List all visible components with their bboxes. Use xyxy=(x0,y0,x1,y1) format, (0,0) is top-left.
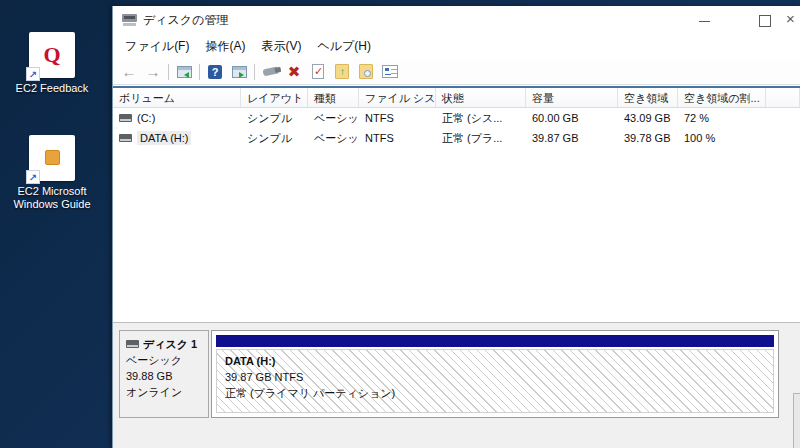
desktop-icon-ec2-windows-guide[interactable]: ↗ EC2 Microsoft Windows Guide xyxy=(0,135,110,211)
volume-list-header: ボリューム レイアウト 種類 ファイル システム 状態 容量 空き領域 空き領域… xyxy=(113,88,800,108)
volume-list: ボリューム レイアウト 種類 ファイル システム 状態 容量 空き領域 空き領域… xyxy=(113,88,800,322)
volume-capacity: 39.87 GB xyxy=(526,132,618,144)
column-header-filesystem[interactable]: ファイル システム xyxy=(359,88,436,107)
drive-icon xyxy=(119,114,132,122)
volume-filesystem: NTFS xyxy=(359,132,436,144)
desktop-icon-label: EC2 Microsoft Windows Guide xyxy=(0,185,110,211)
close-button[interactable] xyxy=(780,6,800,34)
volume-free: 39.78 GB xyxy=(618,132,678,144)
partition-size-fs: 39.87 GB NTFS xyxy=(225,369,773,385)
column-header-type[interactable]: 種類 xyxy=(308,88,359,107)
caption-buttons xyxy=(690,6,800,34)
partition-color-bar xyxy=(216,335,774,347)
menu-action[interactable]: 操作(A) xyxy=(197,35,253,58)
back-icon[interactable]: ← xyxy=(118,62,140,82)
disk-type: ベーシック xyxy=(126,352,204,368)
change-drive-letter-icon[interactable]: ↑ xyxy=(331,62,353,82)
column-header-capacity[interactable]: 容量 xyxy=(526,88,618,107)
volume-status: 正常 (シス... xyxy=(436,111,526,126)
maximize-button[interactable] xyxy=(750,6,780,34)
ec2-windows-guide-icon: ↗ xyxy=(29,135,75,181)
forward-icon[interactable]: → xyxy=(142,62,164,82)
graphical-view: ディスク 1 ベーシック 39.88 GB オンライン DATA (H:) 39… xyxy=(113,326,800,448)
disk-1-row: ディスク 1 ベーシック 39.88 GB オンライン DATA (H:) 39… xyxy=(119,330,800,418)
column-header-status[interactable]: 状態 xyxy=(436,88,526,107)
cube-icon xyxy=(45,150,60,165)
column-header-free[interactable]: 空き領域 xyxy=(618,88,678,107)
toolbar-separator xyxy=(199,64,200,80)
disk-1-info[interactable]: ディスク 1 ベーシック 39.88 GB オンライン xyxy=(119,330,209,418)
volume-layout: シンプル xyxy=(241,131,308,146)
partition-title: DATA (H:) xyxy=(225,353,773,369)
volume-free: 43.09 GB xyxy=(618,112,678,124)
mark-partition-icon[interactable] xyxy=(307,62,329,82)
explore-icon[interactable] xyxy=(355,62,377,82)
partition-status: 正常 (プライマリ パーティション) xyxy=(225,385,773,401)
menu-bar: ファイル(F) 操作(A) 表示(V) ヘルプ(H) xyxy=(113,34,800,59)
desktop-icon-ec2-feedback[interactable]: Q ↗ EC2 Feedback xyxy=(0,32,110,95)
partition-body: DATA (H:) 39.87 GB NTFS 正常 (プライマリ パーティショ… xyxy=(216,349,774,413)
partition-data-h[interactable]: DATA (H:) 39.87 GB NTFS 正常 (プライマリ パーティショ… xyxy=(211,330,779,418)
volume-status: 正常 (プラ... xyxy=(436,131,526,146)
column-header-free-pct[interactable]: 空き領域の割... xyxy=(678,88,766,107)
shortcut-arrow-icon: ↗ xyxy=(26,170,40,184)
titlebar[interactable]: ディスクの管理 xyxy=(113,6,800,34)
volume-layout: シンプル xyxy=(241,111,308,126)
disk-name: ディスク 1 xyxy=(143,336,197,352)
tool-icon[interactable] xyxy=(259,62,281,82)
ec2-feedback-icon: Q ↗ xyxy=(29,32,75,78)
desktop-icon-label: EC2 Feedback xyxy=(0,82,110,95)
column-header-volume[interactable]: ボリューム xyxy=(113,88,241,107)
disk-size: 39.88 GB xyxy=(126,368,204,384)
toolbar: ← → ? ✖ ↑ xyxy=(113,59,800,85)
volume-row-data-h[interactable]: DATA (H:) シンプル ベーシック NTFS 正常 (プラ... 39.8… xyxy=(113,128,800,148)
volume-filesystem: NTFS xyxy=(359,112,436,124)
window-title: ディスクの管理 xyxy=(143,12,228,29)
volume-type: ベーシック xyxy=(308,111,359,126)
disk-status: オンライン xyxy=(126,384,204,400)
column-header-layout[interactable]: レイアウト xyxy=(241,88,308,107)
minimize-button[interactable] xyxy=(690,6,720,34)
show-action-pane-icon[interactable] xyxy=(228,62,250,82)
volume-free-pct: 72 % xyxy=(678,112,766,124)
menu-file[interactable]: ファイル(F) xyxy=(117,35,197,58)
menu-help[interactable]: ヘルプ(H) xyxy=(309,35,379,58)
desktop: { "desktop": { "background": "#0d2b4e", … xyxy=(0,0,800,448)
volume-name: (C:) xyxy=(137,112,155,124)
show-console-tree-icon[interactable] xyxy=(173,62,195,82)
console-content: ボリューム レイアウト 種類 ファイル システム 状態 容量 空き領域 空き領域… xyxy=(113,86,800,448)
scrollbar[interactable] xyxy=(793,393,800,448)
volume-name: DATA (H:) xyxy=(137,131,191,145)
disk-management-app-icon xyxy=(122,14,137,26)
volume-capacity: 60.00 GB xyxy=(526,112,618,124)
shortcut-arrow-icon: ↗ xyxy=(26,67,40,81)
drive-icon xyxy=(119,134,132,142)
delete-volume-icon[interactable]: ✖ xyxy=(283,62,305,82)
help-icon[interactable]: ? xyxy=(204,62,226,82)
volume-free-pct: 100 % xyxy=(678,132,766,144)
volume-type: ベーシック xyxy=(308,131,359,146)
column-header-filler xyxy=(766,88,800,107)
disk-management-window: ディスクの管理 ファイル(F) 操作(A) 表示(V) ヘルプ(H) ← → ?… xyxy=(112,6,800,448)
properties-icon[interactable] xyxy=(379,62,401,82)
disk-icon xyxy=(126,340,139,348)
toolbar-separator xyxy=(168,64,169,80)
volume-row-c[interactable]: (C:) シンプル ベーシック NTFS 正常 (シス... 60.00 GB … xyxy=(113,108,800,128)
toolbar-separator xyxy=(254,64,255,80)
menu-view[interactable]: 表示(V) xyxy=(253,35,309,58)
